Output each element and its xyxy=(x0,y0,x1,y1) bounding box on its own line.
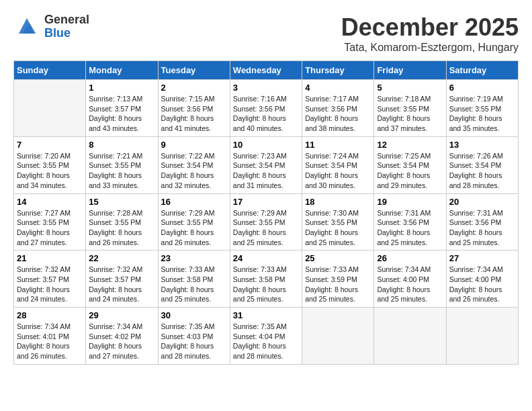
day-number: 22 xyxy=(89,253,154,263)
day-number: 5 xyxy=(377,83,443,93)
logo-general: General xyxy=(44,13,89,27)
header-thursday: Thursday xyxy=(302,61,374,80)
day-number: 15 xyxy=(89,197,154,207)
day-number: 1 xyxy=(89,83,154,93)
day-info: Sunrise: 7:32 AMSunset: 3:57 PMDaylight:… xyxy=(89,265,154,304)
calendar-cell: 1Sunrise: 7:13 AMSunset: 3:57 PMDaylight… xyxy=(86,80,158,137)
header-monday: Monday xyxy=(86,61,158,80)
calendar-cell: 8Sunrise: 7:21 AMSunset: 3:55 PMDaylight… xyxy=(86,136,158,193)
day-info: Sunrise: 7:17 AMSunset: 3:56 PMDaylight:… xyxy=(305,94,371,134)
day-info: Sunrise: 7:25 AMSunset: 3:54 PMDaylight:… xyxy=(377,151,443,191)
calendar-week-3: 21Sunrise: 7:32 AMSunset: 3:57 PMDayligh… xyxy=(14,250,519,308)
calendar-cell xyxy=(374,308,446,365)
day-number: 13 xyxy=(449,140,515,150)
day-info: Sunrise: 7:32 AMSunset: 3:57 PMDaylight:… xyxy=(17,265,83,304)
calendar-cell: 24Sunrise: 7:33 AMSunset: 3:58 PMDayligh… xyxy=(230,250,302,308)
day-number: 27 xyxy=(449,253,515,263)
header-sunday: Sunday xyxy=(14,61,86,80)
day-number: 23 xyxy=(161,253,227,263)
calendar-cell: 5Sunrise: 7:18 AMSunset: 3:55 PMDaylight… xyxy=(374,80,446,137)
day-info: Sunrise: 7:26 AMSunset: 3:54 PMDaylight:… xyxy=(449,151,515,191)
day-number: 31 xyxy=(233,310,299,320)
calendar-cell: 15Sunrise: 7:28 AMSunset: 3:55 PMDayligh… xyxy=(86,193,158,250)
day-info: Sunrise: 7:34 AMSunset: 4:02 PMDaylight:… xyxy=(89,322,154,361)
day-number: 18 xyxy=(305,197,371,207)
day-number: 24 xyxy=(233,253,299,263)
calendar-week-0: 1Sunrise: 7:13 AMSunset: 3:57 PMDaylight… xyxy=(14,80,519,137)
calendar-cell: 20Sunrise: 7:31 AMSunset: 3:56 PMDayligh… xyxy=(446,193,518,250)
day-info: Sunrise: 7:35 AMSunset: 4:04 PMDaylight:… xyxy=(233,322,299,361)
day-number: 16 xyxy=(161,197,227,207)
day-info: Sunrise: 7:34 AMSunset: 4:00 PMDaylight:… xyxy=(449,265,515,304)
day-info: Sunrise: 7:29 AMSunset: 3:55 PMDaylight:… xyxy=(161,208,227,248)
calendar-cell: 9Sunrise: 7:22 AMSunset: 3:54 PMDaylight… xyxy=(158,136,230,193)
calendar-cell: 19Sunrise: 7:31 AMSunset: 3:56 PMDayligh… xyxy=(374,193,446,250)
calendar-week-2: 14Sunrise: 7:27 AMSunset: 3:55 PMDayligh… xyxy=(14,193,519,250)
calendar-cell: 10Sunrise: 7:23 AMSunset: 3:54 PMDayligh… xyxy=(230,136,302,193)
calendar-cell: 4Sunrise: 7:17 AMSunset: 3:56 PMDaylight… xyxy=(302,80,374,137)
day-info: Sunrise: 7:31 AMSunset: 3:56 PMDaylight:… xyxy=(449,208,515,248)
day-number: 28 xyxy=(17,310,83,320)
calendar-cell: 11Sunrise: 7:24 AMSunset: 3:54 PMDayligh… xyxy=(302,136,374,193)
day-number: 9 xyxy=(161,140,227,150)
calendar-cell: 23Sunrise: 7:33 AMSunset: 3:58 PMDayligh… xyxy=(158,250,230,308)
day-number: 17 xyxy=(233,197,299,207)
day-number: 7 xyxy=(17,140,83,150)
day-info: Sunrise: 7:35 AMSunset: 4:03 PMDaylight:… xyxy=(161,322,227,361)
day-number: 14 xyxy=(17,197,83,207)
location-title: Tata, Komarom-Esztergom, Hungary xyxy=(341,42,519,54)
day-number: 11 xyxy=(305,140,371,150)
calendar-cell: 28Sunrise: 7:34 AMSunset: 4:01 PMDayligh… xyxy=(14,308,86,365)
day-info: Sunrise: 7:19 AMSunset: 3:55 PMDaylight:… xyxy=(449,94,515,134)
calendar-cell: 29Sunrise: 7:34 AMSunset: 4:02 PMDayligh… xyxy=(86,308,158,365)
day-number: 26 xyxy=(377,253,443,263)
day-info: Sunrise: 7:34 AMSunset: 4:00 PMDaylight:… xyxy=(377,265,443,304)
calendar-header-row: Sunday Monday Tuesday Wednesday Thursday… xyxy=(14,61,519,80)
day-number: 4 xyxy=(305,83,371,93)
calendar-week-4: 28Sunrise: 7:34 AMSunset: 4:01 PMDayligh… xyxy=(14,308,519,365)
day-info: Sunrise: 7:33 AMSunset: 3:59 PMDaylight:… xyxy=(305,265,371,304)
day-number: 25 xyxy=(305,253,371,263)
calendar-cell xyxy=(14,80,86,137)
day-number: 6 xyxy=(449,83,515,93)
day-info: Sunrise: 7:20 AMSunset: 3:55 PMDaylight:… xyxy=(17,151,83,191)
month-title: December 2025 xyxy=(341,13,519,42)
day-number: 21 xyxy=(17,253,83,263)
header-tuesday: Tuesday xyxy=(158,61,230,80)
calendar-cell xyxy=(446,308,518,365)
calendar-cell: 7Sunrise: 7:20 AMSunset: 3:55 PMDaylight… xyxy=(14,136,86,193)
calendar-cell: 3Sunrise: 7:16 AMSunset: 3:56 PMDaylight… xyxy=(230,80,302,137)
day-info: Sunrise: 7:34 AMSunset: 4:01 PMDaylight:… xyxy=(17,322,83,361)
day-number: 10 xyxy=(233,140,299,150)
calendar-cell: 14Sunrise: 7:27 AMSunset: 3:55 PMDayligh… xyxy=(14,193,86,250)
title-area: December 2025 Tata, Komarom-Esztergom, H… xyxy=(341,13,519,54)
day-info: Sunrise: 7:27 AMSunset: 3:55 PMDaylight:… xyxy=(17,208,83,248)
day-info: Sunrise: 7:33 AMSunset: 3:58 PMDaylight:… xyxy=(233,265,299,304)
day-info: Sunrise: 7:33 AMSunset: 3:58 PMDaylight:… xyxy=(161,265,227,304)
day-info: Sunrise: 7:18 AMSunset: 3:55 PMDaylight:… xyxy=(377,94,443,134)
calendar-cell: 25Sunrise: 7:33 AMSunset: 3:59 PMDayligh… xyxy=(302,250,374,308)
page-header: General Blue December 2025 Tata, Komarom… xyxy=(13,13,519,54)
calendar-cell: 2Sunrise: 7:15 AMSunset: 3:56 PMDaylight… xyxy=(158,80,230,137)
logo-blue: Blue xyxy=(44,27,89,40)
calendar-cell: 12Sunrise: 7:25 AMSunset: 3:54 PMDayligh… xyxy=(374,136,446,193)
calendar-cell: 16Sunrise: 7:29 AMSunset: 3:55 PMDayligh… xyxy=(158,193,230,250)
day-number: 20 xyxy=(449,197,515,207)
day-info: Sunrise: 7:31 AMSunset: 3:56 PMDaylight:… xyxy=(377,208,443,248)
calendar-cell: 17Sunrise: 7:29 AMSunset: 3:55 PMDayligh… xyxy=(230,193,302,250)
logo-icon xyxy=(13,15,40,38)
day-number: 8 xyxy=(89,140,154,150)
header-wednesday: Wednesday xyxy=(230,61,302,80)
day-info: Sunrise: 7:21 AMSunset: 3:55 PMDaylight:… xyxy=(89,151,154,191)
day-info: Sunrise: 7:15 AMSunset: 3:56 PMDaylight:… xyxy=(161,94,227,134)
day-number: 19 xyxy=(377,197,443,207)
day-info: Sunrise: 7:28 AMSunset: 3:55 PMDaylight:… xyxy=(89,208,154,248)
calendar-cell: 31Sunrise: 7:35 AMSunset: 4:04 PMDayligh… xyxy=(230,308,302,365)
day-number: 30 xyxy=(161,310,227,320)
day-info: Sunrise: 7:30 AMSunset: 3:55 PMDaylight:… xyxy=(305,208,371,248)
calendar-cell: 22Sunrise: 7:32 AMSunset: 3:57 PMDayligh… xyxy=(86,250,158,308)
day-info: Sunrise: 7:13 AMSunset: 3:57 PMDaylight:… xyxy=(89,94,154,134)
day-number: 29 xyxy=(89,310,154,320)
day-info: Sunrise: 7:16 AMSunset: 3:56 PMDaylight:… xyxy=(233,94,299,134)
calendar-cell: 21Sunrise: 7:32 AMSunset: 3:57 PMDayligh… xyxy=(14,250,86,308)
